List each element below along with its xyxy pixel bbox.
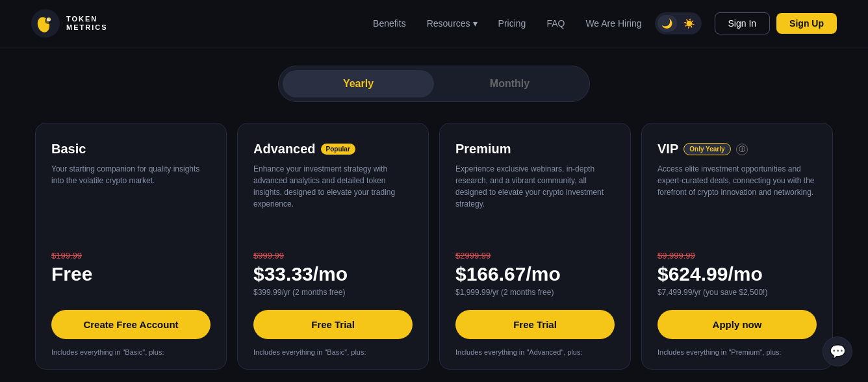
vip-title: VIP Only Yearly ⓘ (657, 142, 817, 157)
basic-original-price: $199.99 (51, 251, 211, 261)
vip-plan-card: VIP Only Yearly ⓘ Access elite investmen… (641, 123, 833, 370)
theme-toggle: 🌙 ☀️ (655, 12, 702, 34)
basic-plan-card: Basic Your starting companion for qualit… (35, 123, 227, 370)
monthly-toggle-button[interactable]: Monthly (434, 70, 585, 97)
vip-original-price: $9,999.99 (657, 251, 817, 261)
chat-icon: 💬 (830, 344, 846, 359)
basic-title: Basic (51, 142, 211, 157)
premium-original-price: $2999.99 (455, 251, 615, 261)
vip-description: Access elite investment opportunities an… (657, 163, 817, 238)
nav-benefits[interactable]: Benefits (373, 18, 406, 29)
vip-price-detail: $7,499.99/yr (you save $2,500!) (657, 288, 817, 297)
basic-current-price: Free (51, 263, 211, 285)
premium-plan-card: Premium Experience exclusive webinars, i… (439, 123, 631, 370)
chat-bubble-button[interactable]: 💬 (823, 337, 852, 366)
advanced-cta-button[interactable]: Free Trial (253, 310, 413, 339)
logo-area[interactable]: TOKEN METRICS (31, 9, 108, 38)
logo-text: TOKEN METRICS (66, 15, 108, 32)
vip-current-price: $624.99/mo (657, 263, 817, 285)
advanced-footer: Includes everything in "Basic", plus: (253, 348, 413, 356)
vip-info-icon[interactable]: ⓘ (736, 144, 748, 155)
yearly-toggle-button[interactable]: Yearly (283, 70, 434, 97)
premium-description: Experience exclusive webinars, in-depth … (455, 163, 615, 238)
basic-price-detail (51, 288, 211, 297)
nav-hiring[interactable]: We Are Hiring (585, 18, 641, 29)
advanced-price-detail: $399.99/yr (2 months free) (253, 288, 413, 297)
premium-price-detail: $1,999.99/yr (2 months free) (455, 288, 615, 297)
light-mode-button[interactable]: ☀️ (680, 15, 699, 32)
premium-footer: Includes everything in "Advanced", plus: (455, 348, 615, 356)
only-yearly-badge: Only Yearly (683, 143, 730, 155)
signup-button[interactable]: Sign Up (776, 13, 837, 34)
premium-title: Premium (455, 142, 615, 157)
chevron-down-icon: ▾ (473, 18, 478, 29)
premium-cta-button[interactable]: Free Trial (455, 310, 615, 339)
advanced-title: Advanced Popular (253, 142, 413, 157)
vip-cta-button[interactable]: Apply now (657, 310, 817, 339)
logo-icon (31, 9, 60, 38)
nav-resources[interactable]: Resources ▾ (427, 18, 478, 29)
nav-links: Benefits Resources ▾ Pricing FAQ We Are … (373, 18, 641, 29)
nav-pricing[interactable]: Pricing (498, 18, 526, 29)
pricing-cards: Basic Your starting companion for qualit… (0, 123, 868, 370)
advanced-current-price: $33.33/mo (253, 263, 413, 285)
nav-faq[interactable]: FAQ (546, 18, 565, 29)
basic-cta-button[interactable]: Create Free Account (51, 310, 211, 339)
dark-mode-button[interactable]: 🌙 (657, 15, 677, 32)
popular-badge: Popular (321, 144, 355, 155)
svg-point-4 (49, 18, 51, 20)
signin-button[interactable]: Sign In (715, 12, 771, 34)
premium-current-price: $166.67/mo (455, 263, 615, 285)
vip-footer: Includes everything in "Premium", plus: (657, 348, 817, 356)
basic-footer: Includes everything in "Basic", plus: (51, 348, 211, 356)
billing-toggle: Yearly Monthly (278, 66, 590, 102)
advanced-original-price: $999.99 (253, 251, 413, 261)
advanced-description: Enhance your investment strategy with ad… (253, 163, 413, 238)
basic-description: Your starting companion for quality insi… (51, 163, 211, 238)
advanced-plan-card: Advanced Popular Enhance your investment… (237, 123, 429, 370)
navbar: TOKEN METRICS Benefits Resources ▾ Prici… (0, 0, 868, 47)
